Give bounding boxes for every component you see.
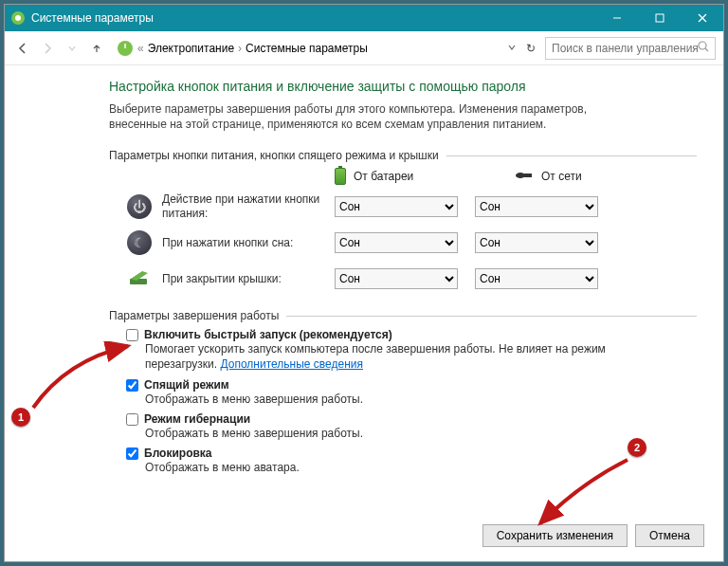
svg-point-7 — [699, 42, 706, 49]
breadcrumb[interactable]: « Электропитание › Системные параметры — [117, 40, 517, 57]
annotation-badge-2: 2 — [628, 438, 646, 457]
checkbox-hibernate-row: Режим гибернации Отображать в меню завер… — [126, 412, 638, 441]
svg-point-9 — [516, 173, 525, 178]
nav-recent-button[interactable] — [62, 38, 82, 59]
nav-back-button[interactable] — [12, 38, 33, 59]
navbar: « Электропитание › Системные параметры ↻ — [5, 31, 723, 65]
power-button-battery-select[interactable]: Сон — [335, 196, 458, 217]
row-power-button: ⏻ Действие при нажатии кнопки питания: С… — [126, 192, 697, 220]
checkbox-fast-startup-desc: Помогает ускорить запуск компьютера посл… — [145, 341, 638, 372]
checkbox-lock-label: Блокировка — [144, 447, 212, 460]
app-icon — [10, 10, 26, 26]
page-title: Настройка кнопок питания и включение защ… — [109, 79, 697, 94]
search-box[interactable] — [545, 37, 716, 60]
content-area: Настройка кнопок питания и включение защ… — [5, 65, 723, 520]
power-button-plugged-select[interactable]: Сон — [475, 196, 598, 217]
power-actions-table: От батареи От сети ⏻ Действие при нажати… — [126, 168, 697, 292]
search-input[interactable] — [552, 42, 698, 55]
checkbox-sleep-desc: Отображать в меню завершения работы. — [145, 392, 638, 407]
checkbox-fast-startup-label: Включить быстрый запуск (рекомендуется) — [144, 328, 392, 341]
checkbox-fast-startup[interactable] — [126, 329, 138, 341]
annotation-badge-1: 1 — [11, 408, 30, 427]
chevron-right-icon: › — [238, 42, 242, 55]
checkbox-hibernate-label: Режим гибернации — [144, 412, 250, 426]
power-button-icon: ⏻ — [126, 193, 153, 220]
page-subtitle: Выберите параметры завершения работы для… — [109, 101, 640, 132]
save-button[interactable]: Сохранить изменения — [482, 524, 628, 547]
sleep-button-plugged-select[interactable]: Сон — [475, 232, 598, 253]
lid-battery-select[interactable]: Сон — [335, 268, 458, 289]
footer: Сохранить изменения Отмена — [5, 520, 723, 561]
plug-icon — [515, 170, 534, 184]
checkbox-sleep-row: Спящий режим Отображать в меню завершени… — [126, 378, 638, 407]
lid-icon — [126, 265, 153, 292]
svg-rect-10 — [524, 173, 532, 177]
checkbox-hibernate-desc: Отображать в меню завершения работы. — [145, 426, 638, 441]
row-sleep-button: ☾ При нажатии кнопки сна: Сон Сон — [126, 229, 697, 256]
section-shutdown-label: Параметры завершения работы — [109, 309, 279, 322]
breadcrumb-item-current[interactable]: Системные параметры — [246, 42, 368, 55]
battery-icon — [335, 168, 346, 185]
column-header-battery: От батареи — [335, 168, 458, 185]
titlebar: Системные параметры — [5, 5, 723, 31]
svg-rect-11 — [130, 279, 147, 284]
cancel-button[interactable]: Отмена — [635, 524, 704, 547]
checkbox-sleep-label: Спящий режим — [144, 378, 229, 392]
maximize-button[interactable] — [638, 5, 681, 31]
section-button-settings: Параметры кнопки питания, кнопки спящего… — [109, 149, 697, 162]
window-title: Системные параметры — [31, 11, 595, 25]
breadcrumb-dropdown-icon[interactable] — [507, 42, 517, 55]
checkbox-hibernate[interactable] — [126, 413, 138, 426]
minimize-button[interactable] — [595, 5, 638, 31]
nav-forward-button[interactable] — [37, 38, 58, 59]
lid-plugged-select[interactable]: Сон — [475, 268, 598, 289]
checkbox-fast-startup-row: Включить быстрый запуск (рекомендуется) … — [126, 328, 638, 372]
row-lid: При закрытии крышки: Сон Сон — [126, 265, 697, 292]
power-options-icon — [117, 40, 134, 57]
close-button[interactable] — [681, 5, 723, 31]
svg-line-8 — [705, 48, 708, 51]
section-shutdown-settings: Параметры завершения работы — [109, 309, 697, 322]
section-button-settings-label: Параметры кнопки питания, кнопки спящего… — [109, 149, 439, 162]
window: Системные параметры « Электропитание › С… — [5, 5, 723, 561]
nav-up-button[interactable] — [86, 38, 107, 59]
sleep-button-icon: ☾ — [126, 229, 153, 256]
svg-rect-3 — [656, 14, 664, 22]
sleep-button-battery-select[interactable]: Сон — [335, 232, 458, 253]
svg-point-1 — [15, 15, 21, 21]
checkbox-lock-desc: Отображать в меню аватара. — [145, 460, 638, 475]
breadcrumb-sep-icon: « — [137, 42, 144, 55]
more-info-link[interactable]: Дополнительные сведения — [220, 357, 362, 371]
breadcrumb-item-power[interactable]: Электропитание — [148, 42, 234, 55]
checkbox-lock[interactable] — [126, 447, 138, 460]
search-icon — [698, 41, 709, 55]
checkbox-lock-row: Блокировка Отображать в меню аватара. — [126, 447, 638, 475]
refresh-button[interactable]: ↻ — [520, 42, 541, 55]
column-header-plugged: От сети — [515, 170, 638, 184]
checkbox-sleep[interactable] — [126, 379, 138, 392]
